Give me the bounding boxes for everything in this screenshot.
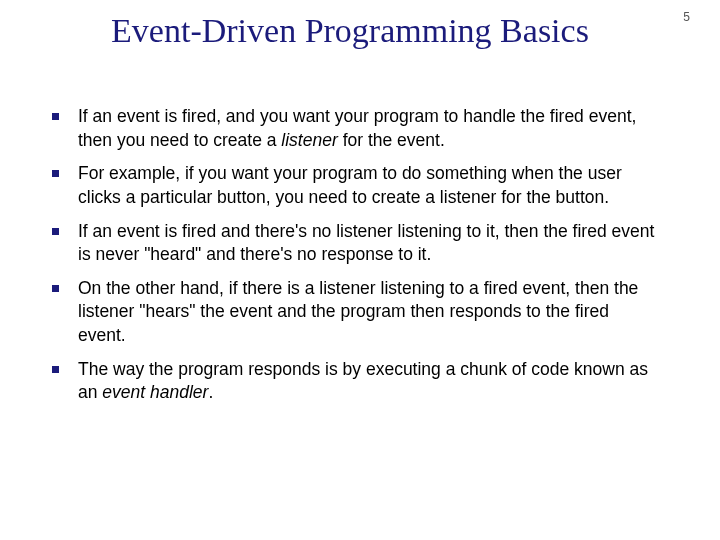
list-item: On the other hand, if there is a listene… bbox=[40, 277, 660, 348]
bullet-text-pre: If an event is fired and there's no list… bbox=[78, 221, 654, 265]
slide-title: Event-Driven Programming Basics bbox=[0, 12, 720, 50]
list-item: For example, if you want your program to… bbox=[40, 162, 660, 209]
slide: 5 Event-Driven Programming Basics If an … bbox=[0, 0, 720, 540]
bullet-text-pre: On the other hand, if there is a listene… bbox=[78, 278, 638, 345]
slide-body: If an event is fired, and you want your … bbox=[40, 105, 660, 415]
bullet-list: If an event is fired, and you want your … bbox=[40, 105, 660, 405]
list-item: If an event is fired and there's no list… bbox=[40, 220, 660, 267]
bullet-text-pre: For example, if you want your program to… bbox=[78, 163, 622, 207]
bullet-text-em: event handler bbox=[102, 382, 208, 402]
bullet-text-em: listener bbox=[281, 130, 337, 150]
list-item: If an event is fired, and you want your … bbox=[40, 105, 660, 152]
list-item: The way the program responds is by execu… bbox=[40, 358, 660, 405]
bullet-text-post: . bbox=[208, 382, 213, 402]
bullet-text-post: for the event. bbox=[338, 130, 445, 150]
